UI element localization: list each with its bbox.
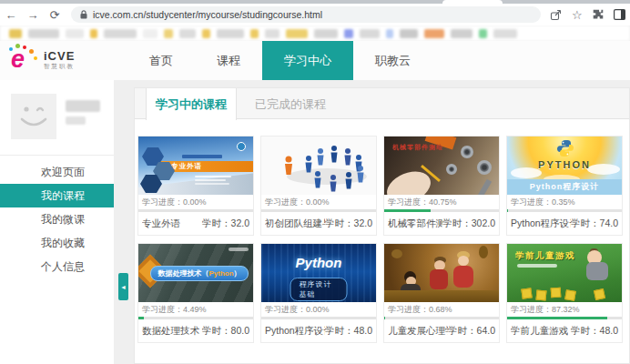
- course-hours: 学时：302.0: [442, 217, 495, 230]
- course-hours: 学时：74.0: [571, 217, 618, 230]
- bookmark-item[interactable]: [250, 29, 259, 38]
- course-title[interactable]: Python程序设计: [511, 217, 571, 230]
- bookmark-item[interactable]: [286, 29, 308, 38]
- course-info: 初创团队组建与... 学时：32.0: [261, 212, 376, 235]
- bookmark-item[interactable]: [451, 29, 472, 38]
- bookmark-item[interactable]: [265, 29, 279, 38]
- user-name-redacted: [66, 116, 86, 125]
- nav-item-vocational-cloud[interactable]: 职教云: [353, 41, 432, 80]
- bookmark-item[interactable]: [90, 29, 97, 38]
- sidebar-item-my-courses[interactable]: 我的课程: [0, 184, 114, 207]
- site-header: e iCVE 智慧职教 首页 课程 学习中心 职教云: [0, 41, 630, 80]
- bookmark-item[interactable]: [179, 29, 196, 38]
- progress-value: 87.32%: [552, 305, 580, 314]
- logo-text: iCVE: [44, 49, 75, 63]
- bookmark-item[interactable]: [28, 29, 59, 38]
- bookmark-star-icon[interactable]: ☆: [572, 9, 583, 21]
- bookmark-item[interactable]: [479, 29, 487, 38]
- bookmark-item[interactable]: [202, 29, 210, 38]
- browser-forward-button[interactable]: →: [22, 8, 44, 22]
- progress-label: 学习进度：: [511, 304, 552, 316]
- course-progress: 学习进度：40.75%: [384, 195, 499, 209]
- course-hours: 学时：48.0: [571, 325, 618, 338]
- course-thumbnail[interactable]: 机械零部件测绘: [384, 136, 499, 195]
- bookmark-item[interactable]: [344, 29, 353, 38]
- nav-item-learning-center[interactable]: 学习中心: [262, 41, 353, 80]
- browser-back-button[interactable]: ←: [0, 8, 22, 22]
- progress-value: 0.68%: [429, 305, 452, 314]
- browser-reload-button[interactable]: ⟳: [44, 8, 66, 22]
- icve-logo[interactable]: e iCVE 智慧职教: [7, 44, 75, 76]
- course-title[interactable]: 学前儿童游戏: [511, 325, 568, 338]
- course-info: 儿童发展心理学(... 学时：64.0: [384, 319, 499, 342]
- bookmark-item[interactable]: [386, 29, 393, 38]
- progress-value: 40.75%: [429, 197, 457, 207]
- course-card[interactable]: 学习进度：0.68% 儿童发展心理学(... 学时：64.0: [383, 243, 500, 343]
- sidebar-collapse-handle[interactable]: ◄: [118, 273, 128, 300]
- course-title[interactable]: 儿童发展心理学(...: [388, 325, 448, 338]
- course-card[interactable]: 学习进度：0.00% 初创团队组建与... 学时：32.0: [260, 136, 377, 236]
- bookmark-item[interactable]: [104, 29, 137, 38]
- progress-label: 学习进度：: [142, 197, 183, 208]
- course-info: Python程序设计 学时：74.0: [507, 212, 622, 235]
- course-thumbnail[interactable]: [384, 244, 499, 302]
- course-progress: 学习进度：4.49%: [138, 302, 253, 317]
- bookmark-item[interactable]: [164, 29, 173, 38]
- course-title[interactable]: 数据处理技术（P...: [142, 325, 202, 338]
- bookmark-item[interactable]: [424, 29, 444, 38]
- sidebar-item-my-favorites[interactable]: 我的收藏: [0, 231, 114, 255]
- course-title[interactable]: Python程序设计...: [265, 325, 325, 338]
- course-thumbnail[interactable]: Python 程序设计基础: [261, 244, 376, 302]
- browser-toolbar: ← → ⟳ icve.com.cn/studycenter/mycourse/s…: [0, 4, 630, 25]
- course-card[interactable]: 机械零部件测绘 学习进度：40.75% 机械零部件测绘 学时：302.0: [383, 136, 500, 236]
- side-panel-icon[interactable]: [614, 9, 625, 20]
- bookmark-item[interactable]: [314, 29, 338, 38]
- tab-completed-courses[interactable]: 已完成的课程: [237, 88, 344, 120]
- course-card[interactable]: 数据处理技术（Python） 学习进度：4.49% 数据处理技术（P... 学时…: [137, 243, 254, 343]
- progress-label: 学习进度：: [142, 304, 183, 316]
- sidebar-item-welcome[interactable]: 欢迎页面: [0, 160, 114, 184]
- course-thumbnail[interactable]: 学前儿童游戏: [507, 244, 622, 302]
- bookmark-item[interactable]: [143, 29, 158, 38]
- course-title[interactable]: 初创团队组建与...: [265, 217, 325, 230]
- address-bar[interactable]: icve.com.cn/studycenter/mycourse/studing…: [71, 6, 541, 23]
- progress-label: 学习进度：: [511, 197, 552, 208]
- sidebar-divider: [0, 155, 114, 156]
- bookmark-item[interactable]: [217, 29, 244, 38]
- course-thumbnail[interactable]: 专业外语: [138, 136, 253, 195]
- share-icon[interactable]: [550, 9, 562, 21]
- toolbar-actions: ☆: [550, 9, 625, 21]
- course-hours: 学时：32.0: [325, 217, 372, 230]
- course-card[interactable]: Python 程序设计基础 学习进度：0.00% Python程序设计... 学…: [260, 243, 377, 343]
- course-thumbnail[interactable]: PYTHON Python程序设计: [507, 136, 622, 195]
- course-progress: 学习进度：87.32%: [507, 302, 622, 317]
- progress-label: 学习进度：: [388, 304, 429, 316]
- extensions-icon[interactable]: [593, 9, 604, 20]
- main-nav: 首页 课程 学习中心 职教云: [127, 41, 432, 80]
- sidebar-item-my-microcourses[interactable]: 我的微课: [0, 207, 114, 231]
- bookmark-item[interactable]: [493, 29, 517, 38]
- course-title[interactable]: 专业外语: [142, 217, 180, 230]
- progress-value: 4.49%: [183, 305, 207, 314]
- course-progress: 学习进度：0.00%: [138, 195, 253, 209]
- progress-value: 0.00%: [306, 197, 330, 207]
- progress-value: 0.00%: [306, 305, 330, 314]
- course-thumbnail[interactable]: 数据处理技术（Python）: [138, 244, 253, 302]
- course-title[interactable]: 机械零部件测绘: [388, 217, 442, 230]
- bookmark-item[interactable]: [9, 29, 22, 38]
- course-card[interactable]: PYTHON Python程序设计 学习进度：0.35% Python程序设计 …: [506, 136, 623, 236]
- logo-subtext: 智慧职教: [44, 63, 75, 71]
- course-hours: 学时：64.0: [448, 325, 495, 338]
- course-card[interactable]: 专业外语 学习进度：0.00% 专业外语 学时：32.0: [137, 136, 254, 236]
- sidebar-item-personal-info[interactable]: 个人信息: [0, 255, 114, 278]
- nav-item-home[interactable]: 首页: [127, 41, 195, 80]
- bookmark-item[interactable]: [66, 29, 84, 38]
- tab-courses-in-progress[interactable]: 学习中的课程: [146, 88, 237, 120]
- progress-label: 学习进度：: [388, 197, 429, 208]
- bookmark-item[interactable]: [400, 29, 418, 38]
- bookmark-item[interactable]: [360, 29, 380, 38]
- course-card[interactable]: 学前儿童游戏 学习进度：87.32% 学前儿童游戏 学时：48.0: [506, 243, 623, 343]
- nav-item-courses[interactable]: 课程: [195, 41, 262, 80]
- course-thumbnail[interactable]: [261, 136, 376, 195]
- python-logo-icon: [556, 139, 574, 161]
